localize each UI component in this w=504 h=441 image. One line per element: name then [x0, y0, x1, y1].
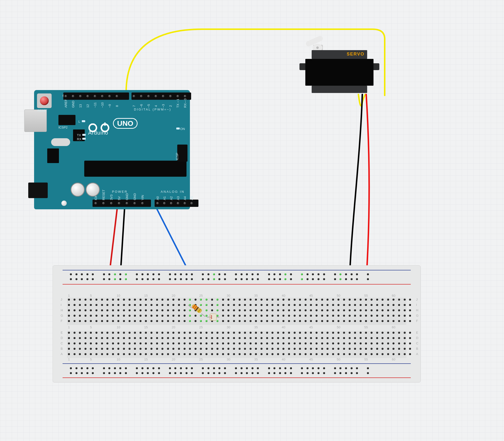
breadboard-hole[interactable]	[288, 315, 290, 317]
breadboard-hole[interactable]	[180, 372, 182, 374]
breadboard-hole[interactable]	[284, 372, 286, 374]
breadboard-hole[interactable]	[140, 337, 142, 339]
breadboard-hole[interactable]	[340, 278, 341, 280]
breadboard-hole[interactable]	[321, 320, 323, 322]
breadboard-hole[interactable]	[371, 337, 373, 339]
breadboard-hole[interactable]	[184, 304, 186, 306]
breadboard-hole[interactable]	[260, 320, 262, 322]
breadboard-hole[interactable]	[250, 337, 252, 339]
breadboard-hole[interactable]	[96, 332, 98, 334]
breadboard-hole[interactable]	[208, 367, 209, 369]
breadboard-hole[interactable]	[224, 367, 226, 369]
breadboard-hole[interactable]	[70, 273, 72, 275]
breadboard-hole[interactable]	[178, 320, 180, 322]
breadboard-hole[interactable]	[332, 320, 334, 322]
breadboard-hole[interactable]	[222, 348, 224, 350]
breadboard-hole[interactable]	[96, 320, 98, 322]
breadboard-hole[interactable]	[398, 309, 400, 311]
breadboard-hole[interactable]	[202, 278, 204, 280]
digital-pin[interactable]	[162, 95, 164, 97]
breadboard-hole[interactable]	[74, 332, 76, 334]
breadboard-hole[interactable]	[206, 332, 208, 334]
breadboard-hole[interactable]	[178, 348, 180, 350]
breadboard-hole[interactable]	[103, 372, 105, 374]
breadboard-hole[interactable]	[274, 273, 275, 275]
breadboard-hole[interactable]	[268, 273, 270, 275]
breadboard-hole[interactable]	[334, 372, 336, 374]
breadboard-hole[interactable]	[268, 372, 270, 374]
breadboard-hole[interactable]	[239, 299, 241, 300]
breadboard-hole[interactable]	[68, 299, 70, 300]
breadboard-hole[interactable]	[288, 299, 290, 300]
breadboard-hole[interactable]	[288, 332, 290, 334]
breadboard-hole[interactable]	[277, 337, 279, 339]
breadboard-hole[interactable]	[158, 367, 160, 369]
breadboard-hole[interactable]	[74, 299, 76, 300]
breadboard-hole[interactable]	[376, 299, 378, 300]
breadboard-hole[interactable]	[218, 273, 220, 275]
breadboard-hole[interactable]	[112, 315, 114, 317]
breadboard-hole[interactable]	[284, 278, 286, 280]
breadboard-hole[interactable]	[288, 342, 290, 344]
breadboard-hole[interactable]	[84, 337, 86, 339]
breadboard-hole[interactable]	[398, 299, 400, 300]
breadboard-hole[interactable]	[321, 315, 323, 317]
breadboard-hole[interactable]	[150, 353, 152, 355]
breadboard-hole[interactable]	[208, 278, 209, 280]
digital-pin[interactable]	[94, 95, 96, 97]
breadboard-hole[interactable]	[367, 273, 369, 275]
breadboard-hole[interactable]	[351, 273, 353, 275]
breadboard-hole[interactable]	[84, 342, 86, 344]
breadboard-hole[interactable]	[180, 367, 182, 369]
breadboard-hole[interactable]	[387, 315, 389, 317]
servo-motor[interactable]: SERVO	[305, 49, 374, 95]
digital-pin[interactable]	[177, 95, 179, 97]
breadboard-hole[interactable]	[367, 367, 369, 369]
breadboard-hole[interactable]	[266, 299, 268, 300]
breadboard-hole[interactable]	[288, 348, 290, 350]
breadboard-hole[interactable]	[112, 348, 114, 350]
breadboard-hole[interactable]	[252, 278, 253, 280]
breadboard-hole[interactable]	[332, 348, 334, 350]
breadboard-hole[interactable]	[398, 332, 400, 334]
breadboard-hole[interactable]	[123, 332, 125, 334]
breadboard-hole[interactable]	[206, 342, 208, 344]
breadboard-hole[interactable]	[250, 332, 252, 334]
breadboard-hole[interactable]	[345, 367, 347, 369]
breadboard-hole[interactable]	[360, 309, 361, 311]
breadboard-hole[interactable]	[316, 337, 318, 339]
breadboard-hole[interactable]	[150, 337, 152, 339]
power-pin[interactable]	[110, 202, 113, 205]
breadboard-hole[interactable]	[371, 309, 373, 311]
breadboard-hole[interactable]	[74, 304, 76, 306]
breadboard-hole[interactable]	[260, 309, 262, 311]
breadboard-hole[interactable]	[239, 332, 241, 334]
breadboard-hole[interactable]	[76, 278, 77, 280]
breadboard-hole[interactable]	[343, 337, 345, 339]
breadboard-hole[interactable]	[349, 309, 351, 311]
breadboard-hole[interactable]	[312, 278, 314, 280]
breadboard-hole[interactable]	[123, 337, 125, 339]
breadboard-hole[interactable]	[266, 332, 268, 334]
digital-pin[interactable]	[101, 95, 103, 97]
breadboard-hole[interactable]	[332, 315, 334, 317]
breadboard-hole[interactable]	[184, 342, 186, 344]
breadboard-hole[interactable]	[96, 309, 98, 311]
breadboard-hole[interactable]	[332, 299, 334, 300]
breadboard-hole[interactable]	[158, 372, 160, 374]
breadboard-hole[interactable]	[345, 278, 347, 280]
breadboard-hole[interactable]	[178, 315, 180, 317]
breadboard-hole[interactable]	[211, 299, 213, 300]
breadboard-hole[interactable]	[224, 372, 226, 374]
breadboard-hole[interactable]	[68, 304, 70, 306]
breadboard-hole[interactable]	[252, 273, 253, 275]
breadboard-hole[interactable]	[70, 278, 72, 280]
breadboard-hole[interactable]	[371, 342, 373, 344]
breadboard-hole[interactable]	[252, 372, 253, 374]
breadboard-hole[interactable]	[284, 367, 286, 369]
breadboard-hole[interactable]	[180, 278, 182, 280]
breadboard-hole[interactable]	[274, 372, 275, 374]
breadboard-hole[interactable]	[114, 367, 116, 369]
breadboard-hole[interactable]	[307, 278, 309, 280]
breadboard-hole[interactable]	[351, 367, 353, 369]
